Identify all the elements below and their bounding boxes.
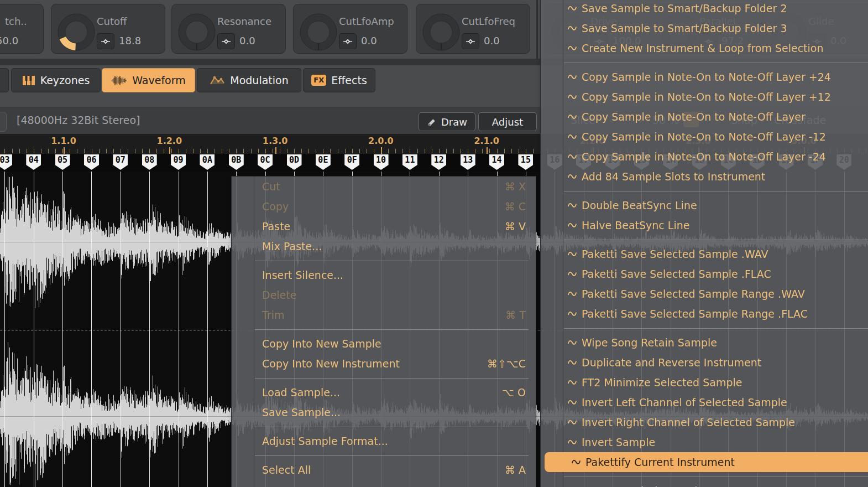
menu-item-adjust-sample-format[interactable]: Adjust Sample Format... (232, 431, 536, 451)
slice-marker-11[interactable]: 11 (402, 154, 417, 170)
sine-wave-icon (568, 44, 577, 52)
menu-item-copy-sample-in-note-on-to-note-off-layer-12[interactable]: Copy Sample in Note-On to Note-Off Layer… (541, 127, 868, 147)
menu-item-shortcut: ⌘ V (505, 220, 526, 232)
slice-marker-13[interactable]: 13 (461, 154, 475, 170)
toolbar-stub-button[interactable] (0, 112, 7, 132)
ruler-tick (446, 149, 447, 153)
tab-effects[interactable]: FXEffects (303, 68, 375, 92)
knob-value[interactable]: 0.0 (484, 35, 500, 46)
menu-item-add-84-sample-slots-to-instrument[interactable]: Add 84 Sample Slots to Instrument (541, 167, 868, 186)
slice-marker-0A[interactable]: 0A (200, 154, 215, 170)
slice-marker-08[interactable]: 08 (142, 154, 157, 170)
knob-value[interactable]: 0.0 (361, 35, 377, 46)
menu-item-paste[interactable]: Paste⌘ V (232, 216, 536, 236)
slice-marker-04[interactable]: 04 (26, 154, 41, 170)
sine-wave-icon (568, 339, 577, 346)
knob-reset-button[interactable] (97, 33, 114, 49)
ruler-tick (425, 149, 425, 153)
menu-item-copy-into-new-sample[interactable]: Copy Into New Sample (232, 334, 536, 354)
knob-reset-button[interactable] (462, 33, 479, 49)
slice-marker-14[interactable]: 14 (489, 154, 504, 170)
menu-item-save-sample-to-smart-backup-folder-2[interactable]: Save Sample to Smart/Backup Folder 2 (541, 0, 868, 18)
menu-item-copy-sample-in-note-on-to-note-off-layer-12[interactable]: Copy Sample in Note-On to Note-Off Layer… (541, 87, 868, 107)
ruler-tick (200, 149, 201, 153)
menu-item-paketti-save-selected-sample-range-wav[interactable]: Paketti Save Selected Sample Range .WAV (541, 284, 868, 304)
slice-marker-0B[interactable]: 0B (229, 154, 244, 170)
menu-item-copy-sample-in-note-on-to-note-off-layer-24[interactable]: Copy Sample in Note-On to Note-Off Layer… (541, 147, 868, 167)
menu-item-save-sample-format[interactable]: Save Sample (Format)... (541, 481, 868, 487)
ruler-tick (171, 149, 172, 153)
knob-value[interactable]: 50.0 (0, 35, 18, 46)
sine-wave-icon (568, 153, 577, 160)
menu-item-select-all[interactable]: Select All⌘ A (232, 460, 536, 480)
knob-value[interactable]: 0.0 (239, 35, 255, 46)
slice-marker-0D[interactable]: 0D (287, 154, 302, 170)
menu-item-insert-silence[interactable]: Insert Silence... (232, 265, 536, 285)
slice-marker-05[interactable]: 05 (55, 154, 70, 170)
ruler-tick (222, 149, 222, 153)
tab-stub[interactable] (0, 68, 9, 92)
slice-marker-07[interactable]: 07 (113, 154, 128, 170)
tab-modulation[interactable]: Modulation (197, 68, 301, 92)
knob-dial[interactable] (299, 13, 338, 51)
ruler-tick (345, 149, 346, 153)
menu-item-load-sample[interactable]: Load Sample...⌥ O (232, 382, 536, 402)
knob-dial[interactable] (422, 13, 461, 51)
menu-item-copy-sample-in-note-on-to-note-off-layer[interactable]: Copy Sample in Note-On to Note-Off Layer (541, 107, 868, 127)
menu-item-copy-sample-in-note-on-to-note-off-layer-24[interactable]: Copy Sample in Note-On to Note-Off Layer… (541, 67, 868, 87)
menu-item-ft2-minimize-selected-sample[interactable]: FT2 Minimize Selected Sample (541, 372, 868, 392)
menu-item-copy-into-new-instrument[interactable]: Copy Into New Instrument⌘⇧⌥C (232, 354, 536, 374)
tab-keyzones[interactable]: Keyzones (11, 68, 101, 92)
slice-marker-15[interactable]: 15 (518, 154, 533, 170)
draw-button[interactable]: Draw (419, 112, 475, 131)
knob-dial[interactable] (177, 13, 216, 51)
sine-wave-icon (568, 379, 577, 386)
knob-dial[interactable] (57, 13, 96, 51)
slice-marker-0E[interactable]: 0E (316, 154, 331, 170)
sine-wave-icon (568, 418, 577, 426)
slice-marker-09[interactable]: 09 (171, 154, 186, 170)
ruler-tick (164, 149, 164, 153)
ruler-tick (526, 149, 526, 153)
menu-item-invert-right-channel-of-selected-sample[interactable]: Invert Right Channel of Selected Sample (541, 412, 868, 432)
ruler-tick (410, 149, 410, 153)
sine-wave-icon (568, 270, 577, 278)
menu-item-save-sample[interactable]: Save Sample... (232, 402, 536, 422)
slice-marker-10[interactable]: 10 (374, 154, 389, 170)
menu-item-label: Load Sample... (262, 386, 491, 398)
menu-item-label: Paketti Save Selected Sample .FLAC (582, 268, 868, 280)
menu-item-mix-paste[interactable]: Mix Paste... (232, 236, 536, 256)
menu-item-paketti-save-selected-sample-wav[interactable]: Paketti Save Selected Sample .WAV (541, 244, 868, 264)
menu-item-double-beatsync-line[interactable]: Double BeatSync Line (541, 195, 868, 215)
slice-marker-03[interactable]: 03 (0, 154, 12, 170)
ruler-tick (92, 149, 92, 153)
sample-format-label: [48000Hz 32Bit Stereo] (17, 114, 140, 126)
menu-item-label: Paste (262, 220, 494, 232)
ruler-tick (330, 149, 331, 153)
menu-item-paketti-save-selected-sample-flac[interactable]: Paketti Save Selected Sample .FLAC (541, 264, 868, 284)
menu-item-paketti-save-selected-sample-range-flac[interactable]: Paketti Save Selected Sample Range .FLAC (541, 304, 868, 324)
menu-separator (232, 325, 536, 334)
tab-waveform[interactable]: Waveform (102, 68, 195, 92)
knob-reset-button[interactable] (339, 33, 357, 49)
adjust-button[interactable]: Adjust (478, 112, 537, 131)
adjust-label: Adjust (492, 116, 523, 128)
beat-label: 1.2.0 (157, 136, 182, 146)
slice-marker-0F[interactable]: 0F (344, 154, 359, 170)
menu-item-wipe-song-retain-sample[interactable]: Wipe Song Retain Sample (541, 333, 868, 353)
slice-marker-12[interactable]: 12 (431, 154, 446, 170)
menu-item-duplicate-and-reverse-instrument[interactable]: Duplicate and Reverse Instrument (541, 353, 868, 372)
knob-reset-button[interactable] (217, 33, 235, 49)
menu-item-save-sample-to-smart-backup-folder-3[interactable]: Save Sample to Smart/Backup Folder 3 (541, 18, 868, 38)
tab-label: Effects (331, 74, 367, 86)
menu-item-pakettify-current-instrument[interactable]: Pakettify Current Instrument (545, 452, 868, 472)
menu-item-create-new-instrument-loop-from-selection[interactable]: Create New Instrument & Loop from Select… (541, 38, 868, 58)
menu-item-halve-beatsync-line[interactable]: Halve BeatSync Line (541, 215, 868, 235)
ruler-tick (142, 149, 143, 153)
slice-marker-06[interactable]: 06 (84, 154, 99, 170)
slice-marker-0C[interactable]: 0C (258, 154, 273, 170)
ruler-tick (48, 149, 49, 153)
menu-item-invert-sample[interactable]: Invert Sample (541, 432, 868, 452)
menu-item-invert-left-channel-of-selected-sample[interactable]: Invert Left Channel of Selected Sample (541, 392, 868, 412)
knob-value[interactable]: 18.8 (119, 35, 141, 46)
